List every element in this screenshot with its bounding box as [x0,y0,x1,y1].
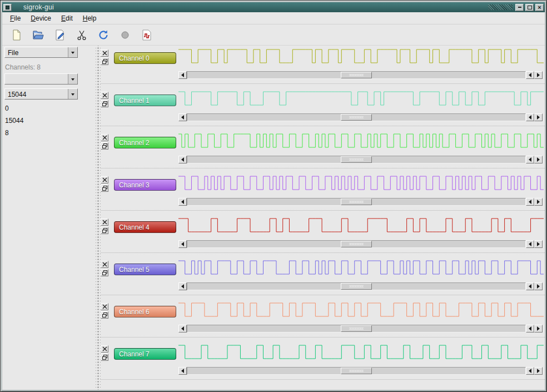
panel-splitter[interactable] [96,46,101,390]
scroll-left-button[interactable] [178,282,187,290]
record-button[interactable] [117,27,133,43]
channel-scrollbar[interactable] [178,156,543,163]
channel-label[interactable]: Channel 6 [114,306,176,317]
scrollbar-thumb[interactable] [341,72,372,78]
channel-close-button[interactable] [101,345,108,353]
scrollbar-thumb[interactable] [341,325,372,332]
scroll-right-button[interactable] [534,198,543,206]
scrollbar-thumb[interactable] [341,156,372,163]
arrow-left-icon [529,115,531,120]
channel-detach-button[interactable] [101,58,108,65]
scroll-left-end-button[interactable] [526,325,534,333]
channel-label[interactable]: Channel 2 [114,137,176,148]
scroll-right-button[interactable] [534,240,543,248]
scroll-right-button[interactable] [534,325,543,333]
channel-close-button[interactable] [101,261,108,268]
channel-label[interactable]: Channel 1 [114,95,176,106]
minimize-button[interactable] [515,4,524,11]
scroll-left-end-button[interactable] [526,240,534,248]
file-combo[interactable]: File [4,47,78,58]
empty-combo[interactable] [4,73,78,85]
channel-close-button[interactable] [101,176,108,183]
scrollbar-trough[interactable] [187,198,526,206]
maximize-button[interactable] [525,4,534,11]
channel-detach-button[interactable] [101,185,108,192]
scroll-left-end-button[interactable] [526,198,534,206]
scroll-right-button[interactable] [534,71,543,79]
scroll-left-button[interactable] [178,367,187,375]
channel-label[interactable]: Channel 7 [114,348,176,360]
scroll-right-button[interactable] [534,156,543,163]
scroll-right-button[interactable] [534,367,543,375]
decode-button[interactable] [139,27,155,43]
new-file-button[interactable] [9,27,24,43]
detach-icon [102,312,107,317]
scroll-right-button[interactable] [534,113,543,121]
cut-button[interactable] [74,27,89,43]
channel-detach-button[interactable] [101,227,108,234]
scroll-left-button[interactable] [178,156,187,163]
channel-label[interactable]: Channel 4 [114,221,176,233]
scrollbar-thumb[interactable] [341,283,372,290]
channel-scrollbar[interactable] [178,325,543,333]
channel-detach-button[interactable] [101,142,108,150]
channel-scrollbar[interactable] [178,367,543,375]
scrollbar-trough[interactable] [187,113,526,121]
chevron-down-icon[interactable] [68,89,77,99]
channel-detach-button[interactable] [101,100,108,107]
chevron-down-icon[interactable] [68,74,77,84]
scrollbar-trough[interactable] [187,240,526,248]
save-file-button[interactable] [52,27,68,43]
samples-combo[interactable]: 15044 [4,88,78,100]
scroll-left-button[interactable] [178,198,187,206]
scroll-left-button[interactable] [178,325,187,333]
scroll-left-button[interactable] [178,240,187,248]
channel-label[interactable]: Channel 5 [114,264,176,275]
scroll-left-end-button[interactable] [526,282,534,290]
menu-file[interactable]: File [6,13,25,24]
channel-close-button[interactable] [101,134,108,141]
menu-help[interactable]: Help [78,13,101,24]
channel-scrollbar[interactable] [178,71,543,79]
channel-close-button[interactable] [101,219,108,226]
scrollbar-trough[interactable] [187,156,526,163]
channel-close-button[interactable] [101,303,108,310]
scroll-left-end-button[interactable] [526,113,534,121]
channel-detach-button[interactable] [101,354,108,361]
open-file-button[interactable] [31,27,46,43]
scroll-right-button[interactable] [534,282,543,290]
scrollbar-trough[interactable] [187,282,526,290]
channel-scrollbar[interactable] [178,113,543,121]
scroll-left-button[interactable] [178,113,187,121]
channel-detach-button[interactable] [101,311,108,319]
arrow-left-icon [529,242,531,246]
chevron-down-icon[interactable] [68,47,77,57]
channel-scrollbar[interactable] [178,198,543,206]
channel-scrollbar[interactable] [178,282,543,290]
scrollbar-thumb[interactable] [341,114,372,121]
channel-scrollbar[interactable] [178,240,543,248]
channel-label[interactable]: Channel 3 [114,179,176,191]
channel-close-button[interactable] [101,49,108,57]
refresh-button[interactable] [96,27,111,43]
arrow-right-icon [537,157,540,162]
window-menu-button[interactable] [3,4,12,11]
titlebar[interactable]: sigrok-gui × [2,2,545,12]
scroll-left-end-button[interactable] [526,367,534,375]
scroll-left-end-button[interactable] [526,156,534,163]
close-button[interactable]: × [535,4,544,11]
scrollbar-trough[interactable] [187,71,526,79]
menu-edit[interactable]: Edit [57,13,77,24]
channel-detach-button[interactable] [101,269,108,276]
channel-label[interactable]: Channel 0 [114,52,176,64]
menu-device[interactable]: Device [26,13,56,24]
scrollbar-trough[interactable] [187,325,526,333]
arrow-left-icon [529,157,531,162]
scrollbar-thumb[interactable] [341,199,372,205]
scrollbar-thumb[interactable] [341,241,372,247]
scrollbar-trough[interactable] [187,367,526,375]
scroll-left-end-button[interactable] [526,71,534,79]
channel-close-button[interactable] [101,92,108,99]
scroll-left-button[interactable] [178,71,187,79]
scrollbar-thumb[interactable] [341,368,372,374]
